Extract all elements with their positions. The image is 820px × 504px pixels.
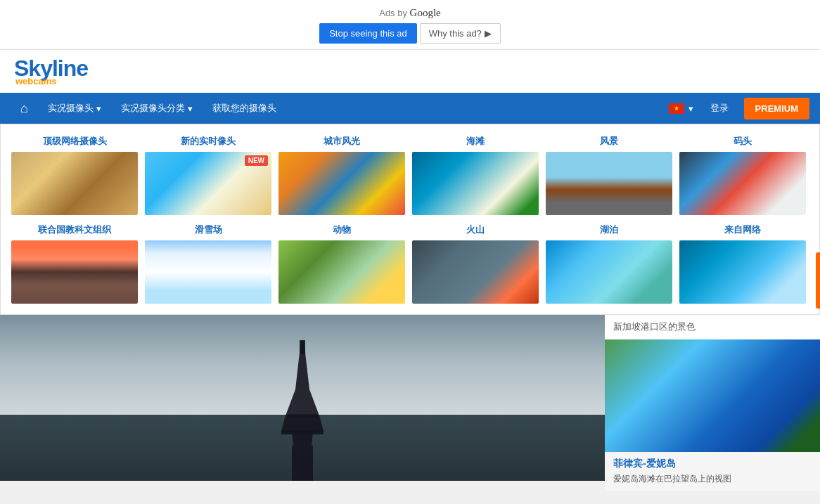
- category-card-8[interactable]: 动物: [278, 224, 405, 304]
- flag-cn-icon: ★: [669, 103, 684, 114]
- home-icon: ⌂: [20, 101, 28, 116]
- nav-login-button[interactable]: 登录: [700, 102, 738, 115]
- category-image-11: [679, 240, 806, 304]
- logo[interactable]: Skyline webcams: [14, 57, 88, 86]
- category-title-10: 湖泊: [600, 224, 618, 236]
- category-image-9: [412, 240, 539, 304]
- nav-home-button[interactable]: ⌂: [11, 93, 38, 124]
- chevron-down-icon-3: ▾: [688, 103, 693, 114]
- category-card-11[interactable]: 来自网络: [679, 224, 806, 304]
- category-title-6: 联合国教科文组织: [38, 224, 111, 236]
- ad-bar: Ads by Google Stop seeing this ad Why th…: [0, 0, 820, 50]
- ads-by-google-label: Ads by Google: [0, 7, 820, 19]
- category-title-0: 顶级网络摄像头: [43, 135, 107, 148]
- category-image-10: [546, 240, 672, 304]
- category-image-7: [145, 240, 271, 304]
- nav-bar: ⌂ 实况摄像头 ▾ 实况摄像头分类 ▾ 获取您的摄像头 ★ ▾ 登录 PREMI…: [0, 93, 820, 124]
- main-content: 新加坡港口区的景色 菲律宾-爱妮岛 爱妮岛海滩在巴拉望岛上的视图: [0, 315, 820, 491]
- nav-language-selector[interactable]: ★ ▾: [662, 103, 700, 114]
- new-badge-1: NEW: [245, 155, 268, 166]
- scroll-indicator[interactable]: [816, 252, 820, 309]
- category-card-0[interactable]: 顶级网络摄像头: [11, 135, 138, 215]
- chevron-down-icon: ▾: [96, 103, 101, 114]
- category-card-10[interactable]: 湖泊: [546, 224, 672, 304]
- sidebar-featured-image[interactable]: [605, 340, 820, 452]
- category-dropdown-menu: 顶级网络摄像头新的实时像头NEW城市风光海滩风景码头联合国教科文组织滑雪场动物火…: [0, 124, 820, 315]
- category-image-1: NEW: [145, 152, 271, 215]
- category-image-2: [278, 152, 405, 215]
- category-title-11: 来自网络: [724, 224, 761, 236]
- category-card-6[interactable]: 联合国教科文组织: [11, 224, 138, 304]
- category-title-5: 码头: [733, 135, 752, 148]
- nav-premium-button[interactable]: PREMIUM: [744, 98, 809, 119]
- category-title-2: 城市风光: [323, 135, 360, 148]
- category-image-6: [11, 240, 138, 304]
- chevron-down-icon-2: ▾: [188, 103, 193, 114]
- webcam-area: [0, 315, 605, 491]
- category-image-3: [412, 152, 539, 215]
- category-title-9: 火山: [466, 224, 485, 236]
- category-image-4: [546, 152, 672, 215]
- nav-item-webcams[interactable]: 实况摄像头 ▾: [38, 93, 111, 124]
- category-card-9[interactable]: 火山: [412, 224, 539, 304]
- category-card-3[interactable]: 海滩: [412, 135, 539, 215]
- category-image-5: [679, 152, 806, 215]
- category-card-1[interactable]: 新的实时像头NEW: [145, 135, 271, 215]
- svg-rect-3: [287, 414, 318, 418]
- nav-item-categories[interactable]: 实况摄像头分类 ▾: [111, 93, 203, 124]
- sidebar-featured-desc: 爱妮岛海滩在巴拉望岛上的视图: [605, 473, 820, 491]
- sidebar-featured-location[interactable]: 菲律宾-爱妮岛: [605, 452, 820, 473]
- category-title-8: 动物: [333, 224, 351, 236]
- svg-rect-1: [292, 446, 313, 481]
- svg-marker-0: [281, 340, 323, 446]
- svg-rect-2: [281, 430, 323, 434]
- eiffel-tower-icon: [267, 340, 338, 481]
- category-grid: 顶级网络摄像头新的实时像头NEW城市风光海滩风景码头联合国教科文组织滑雪场动物火…: [11, 135, 809, 304]
- google-brand: Google: [410, 7, 441, 18]
- right-sidebar: 新加坡港口区的景色 菲律宾-爱妮岛 爱妮岛海滩在巴拉望岛上的视图: [605, 315, 820, 491]
- logo-webcams: webcams: [14, 77, 88, 86]
- category-card-7[interactable]: 滑雪场: [145, 224, 271, 304]
- category-card-4[interactable]: 风景: [546, 135, 672, 215]
- category-card-5[interactable]: 码头: [679, 135, 806, 215]
- stop-ad-button[interactable]: Stop seeing this ad: [319, 23, 417, 44]
- category-title-7: 滑雪场: [195, 224, 222, 236]
- header: Skyline webcams: [0, 50, 820, 93]
- webcam-main-image[interactable]: [0, 315, 605, 481]
- category-title-3: 海滩: [466, 135, 485, 148]
- nav-item-get-cam[interactable]: 获取您的摄像头: [203, 93, 286, 124]
- category-image-0: [11, 152, 138, 215]
- category-card-2[interactable]: 城市风光: [278, 135, 405, 215]
- category-image-8: [278, 240, 405, 304]
- why-ad-button[interactable]: Why this ad? ▶: [420, 23, 501, 44]
- category-title-1: 新的实时像头: [181, 135, 236, 148]
- svg-rect-4: [300, 340, 305, 354]
- category-title-4: 风景: [600, 135, 618, 148]
- ad-buttons: Stop seeing this ad Why this ad? ▶: [0, 23, 820, 44]
- sidebar-location-text: 新加坡港口区的景色: [605, 315, 820, 340]
